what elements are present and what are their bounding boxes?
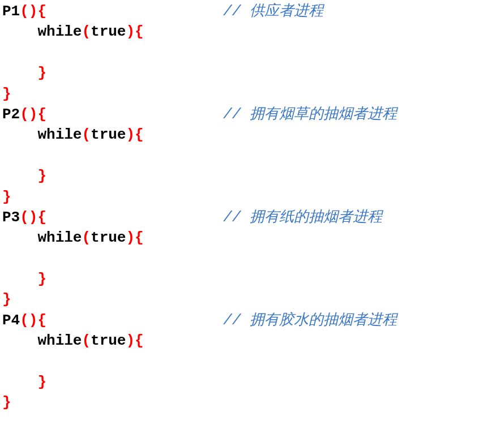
code-token [2, 44, 11, 61]
code-block: P1(){ // 供应者进程 while(true){ }}P2(){ // 拥… [2, 1, 504, 413]
code-token: } [37, 168, 46, 185]
code-line: } [2, 289, 504, 310]
code-line: P2(){ // 拥有烟草的抽烟者进程 [2, 104, 504, 125]
code-token [2, 250, 11, 267]
code-token [2, 353, 11, 370]
code-token [2, 271, 37, 288]
code-token: } [2, 394, 11, 411]
code-token [2, 147, 11, 164]
code-token: ( [82, 23, 91, 40]
code-token: while [37, 332, 82, 349]
code-token: ( [82, 332, 91, 349]
code-token: true [91, 229, 126, 246]
code-token: // 供应者进程 [223, 3, 323, 20]
code-token: (){ [20, 106, 46, 123]
code-token: while [37, 23, 82, 40]
code-token [2, 374, 37, 391]
code-token [46, 209, 223, 226]
code-token: (){ [20, 312, 46, 329]
code-token: P4 [2, 312, 20, 329]
code-token: P3 [2, 209, 20, 226]
code-token: P1 [2, 3, 20, 20]
code-token [2, 168, 37, 185]
code-line: } [2, 187, 504, 207]
code-token: // 拥有胶水的抽烟者进程 [223, 312, 397, 329]
code-token [2, 332, 37, 349]
code-token [46, 3, 223, 20]
code-token: true [91, 126, 126, 143]
code-line [2, 145, 504, 166]
code-token: ){ [126, 332, 143, 349]
code-token: ){ [126, 229, 143, 246]
code-token: while [37, 229, 82, 246]
code-token: (){ [20, 209, 46, 226]
code-line: } [2, 63, 504, 83]
code-token [2, 65, 37, 81]
code-line: } [2, 372, 504, 392]
code-token: // 拥有烟草的抽烟者进程 [223, 106, 397, 123]
code-token: } [37, 271, 46, 288]
code-token: } [2, 85, 11, 102]
code-line [2, 248, 504, 269]
code-line: P3(){ // 拥有纸的抽烟者进程 [2, 207, 504, 228]
code-token: // 拥有纸的抽烟者进程 [223, 209, 382, 226]
code-line: } [2, 166, 504, 186]
code-line: while(true){ [2, 228, 504, 248]
code-line: while(true){ [2, 331, 504, 351]
code-line: while(true){ [2, 22, 504, 42]
code-line: P1(){ // 供应者进程 [2, 1, 504, 22]
code-token: } [2, 291, 11, 308]
code-token: } [2, 188, 11, 205]
code-token: ){ [126, 126, 143, 143]
code-line: P4(){ // 拥有胶水的抽烟者进程 [2, 310, 504, 331]
code-token [2, 229, 37, 246]
code-line [2, 42, 504, 63]
code-line: } [2, 269, 504, 289]
code-token: } [37, 374, 46, 391]
code-token: true [91, 332, 126, 349]
code-token: (){ [20, 3, 46, 20]
code-token: } [37, 65, 46, 81]
code-line [2, 351, 504, 372]
code-token: true [91, 23, 126, 40]
code-token [2, 23, 37, 40]
code-line: } [2, 84, 504, 104]
code-token [2, 126, 37, 143]
code-token: ( [82, 126, 91, 143]
code-token [46, 312, 223, 329]
code-token: ){ [126, 23, 143, 40]
code-token [46, 106, 223, 123]
code-line: } [2, 392, 504, 413]
code-token: ( [82, 229, 91, 246]
code-token: P2 [2, 106, 20, 123]
code-token: while [37, 126, 82, 143]
code-line: while(true){ [2, 125, 504, 145]
